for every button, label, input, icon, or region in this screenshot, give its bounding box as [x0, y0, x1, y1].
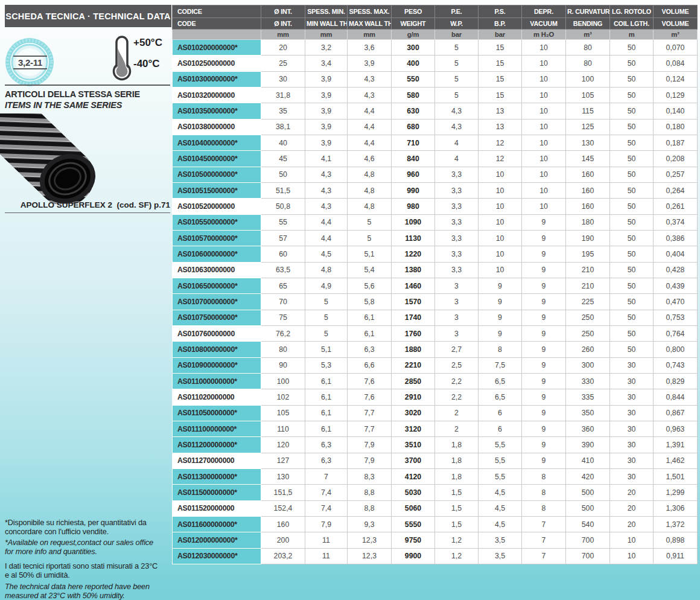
value-cell: 225 — [566, 294, 610, 310]
value-cell: 4,3 — [305, 199, 348, 214]
value-cell: 15 — [479, 40, 522, 56]
value-cell: 0,963 — [654, 421, 698, 436]
value-cell: 15 — [479, 56, 522, 71]
table-row: AS0110200000001026,17,629102,26,59335300… — [173, 389, 698, 405]
value-cell: 0,208 — [654, 151, 698, 167]
value-cell: 710 — [392, 135, 435, 150]
table-row: AS010250000000253,43,94005151080500,084 — [173, 56, 698, 71]
value-cell: 0,753 — [654, 310, 698, 325]
value-cell: 75 — [261, 310, 305, 325]
value-cell: 10 — [522, 182, 566, 198]
value-cell: 0,264 — [654, 182, 698, 198]
value-cell: 3,6 — [348, 40, 392, 56]
value-cell: 1,5 — [435, 516, 479, 532]
value-cell: 0,374 — [654, 214, 698, 230]
column-header-it: LG. ROTOLO — [610, 5, 654, 18]
code-cell: AS010520000000 — [173, 199, 261, 214]
value-cell: 3,3 — [435, 230, 479, 246]
code-cell: AS010450000000* — [173, 151, 261, 167]
value-cell: 50 — [610, 342, 654, 357]
table-row: AS010800000000*805,16,318802,789260500,8… — [173, 342, 698, 357]
value-cell: 50,8 — [261, 199, 305, 214]
table-row: AS012000000000*2001112,397501,23,5770010… — [173, 532, 698, 548]
value-cell: 50 — [610, 230, 654, 246]
value-cell: 4,3 — [305, 182, 348, 198]
value-cell: 6,3 — [305, 437, 348, 453]
value-cell: 10 — [610, 548, 654, 564]
value-cell: 5,8 — [348, 294, 392, 310]
same-series-heading-en: ITEMS IN THE SAME SERIES — [5, 100, 122, 110]
column-header-en: COIL LGTH. — [610, 18, 654, 30]
value-cell: 50 — [610, 151, 654, 167]
value-cell: 7,5 — [479, 357, 522, 373]
value-cell: 9 — [522, 357, 566, 373]
value-cell: 0,844 — [654, 389, 698, 405]
value-cell: 9750 — [392, 532, 435, 548]
value-cell: 9 — [522, 325, 566, 341]
value-cell: 130 — [261, 468, 305, 484]
footnotes: *Disponibile su richiesta, per quantitat… — [5, 518, 174, 600]
value-cell: 9 — [522, 230, 566, 246]
value-cell: 4,5 — [305, 246, 348, 262]
value-cell: 15 — [479, 71, 522, 87]
table-row: AS011600000000*1607,99,355501,54,5754020… — [173, 516, 698, 532]
value-cell: 1,299 — [654, 485, 698, 500]
value-cell: 5 — [305, 310, 348, 325]
value-cell: 1,5 — [435, 485, 479, 500]
table-row: AS011000000000*1006,17,628502,26,5933030… — [173, 373, 698, 389]
code-cell: AS010250000000 — [173, 56, 261, 71]
value-cell: 5,5 — [479, 453, 522, 468]
code-cell: AS012030000000* — [173, 548, 261, 564]
value-cell: 7,4 — [305, 500, 348, 516]
value-cell: 0,743 — [654, 357, 698, 373]
table-row: AS010700000000*7055,81570399225500,470 — [173, 294, 698, 310]
value-cell: 7 — [305, 468, 348, 484]
divider — [5, 85, 170, 86]
value-cell: 110 — [261, 421, 305, 436]
value-cell: 9 — [522, 437, 566, 453]
value-cell: 7,9 — [348, 437, 392, 453]
value-cell: 9 — [522, 342, 566, 357]
value-cell: 55 — [261, 214, 305, 230]
value-cell: 160 — [566, 199, 610, 214]
value-cell: 10 — [479, 182, 522, 198]
column-header-it: Ø INT. — [261, 5, 305, 18]
value-cell: 6,3 — [305, 453, 348, 468]
value-cell: 100 — [261, 373, 305, 389]
value-cell: 13 — [479, 119, 522, 135]
value-cell: 10 — [522, 167, 566, 182]
table-body: AS010200000000*203,23,63005151080500,070… — [173, 40, 698, 564]
value-cell: 6,3 — [348, 342, 392, 357]
thermometer-icon — [110, 35, 134, 81]
value-cell: 1,2 — [435, 548, 479, 564]
value-cell: 50 — [261, 167, 305, 182]
value-cell: 10 — [479, 230, 522, 246]
table-row: AS010750000000*7556,11740399250500,753 — [173, 310, 698, 325]
value-cell: 50 — [610, 199, 654, 214]
value-cell: 7,7 — [348, 421, 392, 436]
value-cell: 3,3 — [435, 167, 479, 182]
column-header-en: VOLUME — [654, 18, 698, 30]
value-cell: 0,084 — [654, 56, 698, 71]
header-row-en: CODEØ INT.MIN WALL TH.MAX WALL TH.WEIGHT… — [173, 18, 698, 30]
value-cell: 4,3 — [435, 103, 479, 119]
value-cell: 700 — [566, 548, 610, 564]
column-header-en: W.P. — [435, 18, 479, 30]
table-row: AS011100000000*1106,17,73120269360300,96… — [173, 421, 698, 436]
value-cell: 210 — [566, 262, 610, 278]
value-cell: 50 — [610, 135, 654, 150]
value-cell: 6,1 — [305, 405, 348, 421]
value-cell: 30 — [610, 468, 654, 484]
code-cell: AS010550000000* — [173, 214, 261, 230]
value-cell: 50 — [610, 167, 654, 182]
column-header-it: P.S. — [479, 5, 522, 18]
value-cell: 630 — [392, 103, 435, 119]
value-cell: 7 — [522, 532, 566, 548]
value-cell: 9 — [522, 262, 566, 278]
value-cell: 3 — [435, 278, 479, 293]
value-cell: 580 — [392, 87, 435, 103]
same-series-heading-it: ARTICOLI DELLA STESSA SERIE — [5, 89, 140, 99]
value-cell: 350 — [566, 405, 610, 421]
table-row: AS012030000000*203,21112,399001,23,57700… — [173, 548, 698, 564]
value-cell: 10 — [479, 167, 522, 182]
